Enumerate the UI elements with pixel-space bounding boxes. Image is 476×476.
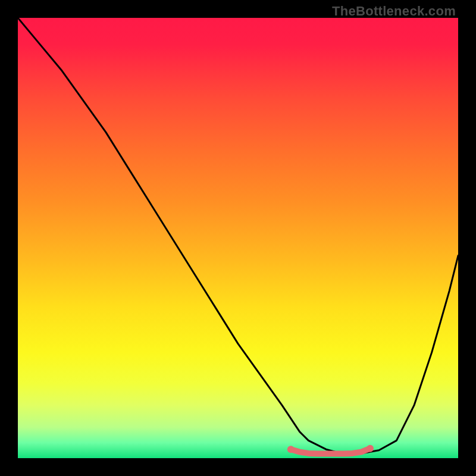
optimal-end-dot xyxy=(287,446,295,453)
curve-layer xyxy=(18,18,458,458)
optimal-end-dot xyxy=(367,445,374,452)
plot-area xyxy=(18,18,458,458)
frame: TheBottleneck.com xyxy=(0,0,476,476)
bottleneck-curve xyxy=(18,18,458,454)
watermark-text: TheBottleneck.com xyxy=(332,4,456,19)
optimal-highlight xyxy=(291,449,370,454)
